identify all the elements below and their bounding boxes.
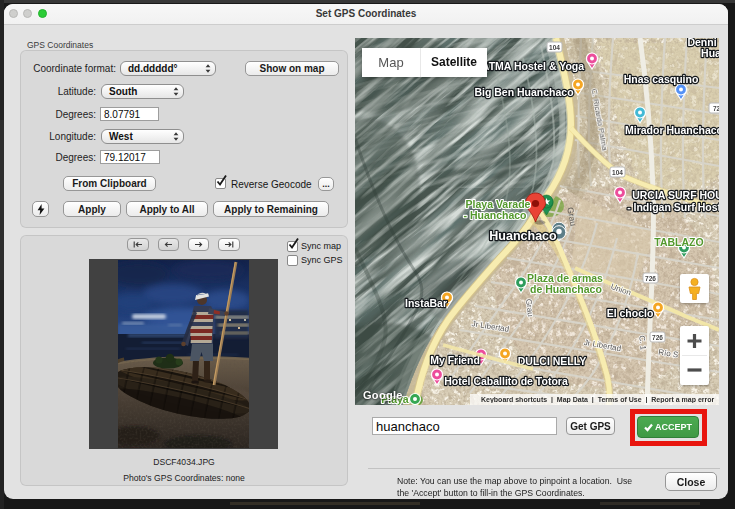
svg-text:Hnas casquino: Hnas casquino — [624, 73, 699, 85]
svg-text:My Friend: My Friend — [430, 354, 480, 366]
svg-text:InstaBar: InstaBar — [405, 297, 447, 309]
svg-text:Grau: Grau — [524, 298, 535, 317]
svg-text:- Huanchaco: - Huanchaco — [463, 209, 526, 221]
svg-text:de Huanchaco: de Huanchaco — [530, 283, 602, 295]
svg-text:726: 726 — [652, 334, 663, 341]
svg-text:Hotel Caballito de Totora: Hotel Caballito de Totora — [444, 375, 568, 387]
svg-text:72: 72 — [713, 105, 719, 112]
svg-text:TABLAZO: TABLAZO — [654, 236, 703, 248]
svg-text:Big Ben Huanchaco: Big Ben Huanchaco — [474, 86, 573, 98]
svg-text:C. 1: C. 1 — [637, 335, 648, 351]
svg-text:104: 104 — [612, 169, 623, 176]
svg-text:Hua: Hua — [701, 47, 719, 59]
svg-text:726: 726 — [645, 275, 656, 282]
svg-text:DULCI NELLY: DULCI NELLY — [518, 355, 586, 367]
svg-text:- Indigan Surf Hoste: - Indigan Surf Hoste — [627, 201, 719, 213]
svg-text:Mirador Huanchaco: Mirador Huanchaco — [625, 124, 719, 136]
svg-text:Huanchaco: Huanchaco — [489, 229, 557, 243]
svg-text:URCIA SURF HOUS: URCIA SURF HOUS — [632, 189, 719, 201]
svg-text:104: 104 — [549, 44, 560, 51]
svg-text:ATMA Hostel & Yoga: ATMA Hostel & Yoga — [482, 60, 584, 72]
svg-text:El choclo: El choclo — [607, 307, 654, 319]
